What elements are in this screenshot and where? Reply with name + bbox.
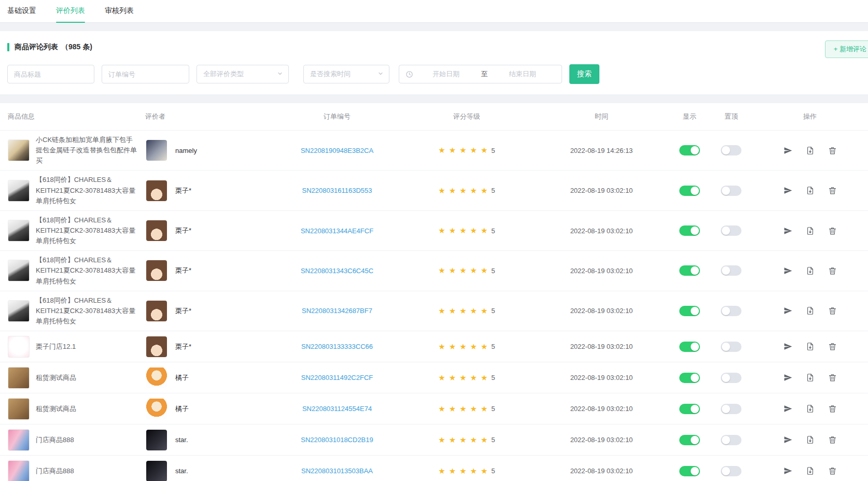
trash-icon[interactable]: [828, 466, 837, 475]
pin-toggle[interactable]: [721, 342, 741, 352]
reviewer-cell: 栗子*: [145, 180, 275, 201]
trash-icon[interactable]: [828, 186, 837, 195]
review-time: 2022-08-19 03:02:10: [534, 374, 669, 381]
reviewer-cell: 栗子*: [145, 336, 275, 357]
review-type-select[interactable]: 全部评价类型: [197, 65, 289, 83]
trash-icon[interactable]: [828, 306, 837, 315]
display-cell: [669, 225, 710, 236]
order-no-cell: SN2208031343C6C45C: [275, 267, 399, 275]
document-export-icon[interactable]: [806, 373, 815, 382]
display-toggle[interactable]: [679, 306, 700, 316]
order-no-link[interactable]: SN2208031124554E74: [302, 405, 372, 413]
order-no-link[interactable]: SN220803133333CC66: [301, 343, 373, 350]
document-export-icon[interactable]: [806, 146, 815, 155]
send-icon[interactable]: [783, 435, 792, 444]
document-export-icon[interactable]: [806, 466, 815, 475]
pin-toggle[interactable]: [721, 186, 741, 196]
document-export-icon[interactable]: [806, 435, 815, 444]
col-reviewer: 评价者: [145, 112, 275, 121]
display-toggle[interactable]: [679, 186, 700, 196]
display-cell: [669, 265, 710, 276]
reviewer-name: 栗子*: [175, 342, 191, 351]
search-button[interactable]: 搜索: [569, 64, 599, 84]
trash-icon[interactable]: [828, 266, 837, 275]
tab-basic-settings[interactable]: 基础设置: [7, 0, 36, 22]
send-icon[interactable]: [783, 466, 792, 475]
display-toggle[interactable]: [679, 265, 700, 276]
pin-toggle[interactable]: [721, 306, 741, 316]
send-icon[interactable]: [783, 186, 792, 195]
order-no-link[interactable]: SN2208190948E3B2CA: [301, 147, 373, 154]
product-info-cell: 栗子门店12.1: [8, 332, 145, 362]
document-export-icon[interactable]: [806, 186, 815, 195]
pin-toggle[interactable]: [721, 404, 741, 414]
col-display: 显示: [669, 112, 710, 121]
order-no-link[interactable]: SN22080311492C2FCF: [301, 374, 373, 381]
pin-toggle[interactable]: [721, 435, 741, 445]
order-no-link[interactable]: SN2208031013503BAA: [301, 467, 373, 475]
toggle-knob: [722, 187, 730, 195]
pin-toggle[interactable]: [721, 225, 741, 236]
toggle-knob: [691, 146, 699, 154]
document-export-icon[interactable]: [806, 266, 815, 275]
send-icon[interactable]: [783, 146, 792, 155]
rating-stars: ★★★★★: [438, 186, 491, 195]
rating-cell: ★★★★★ 5: [399, 404, 534, 414]
display-toggle[interactable]: [679, 404, 700, 414]
pin-toggle[interactable]: [721, 265, 741, 276]
order-no-link[interactable]: SN2208031018CD2B19: [301, 436, 373, 444]
trash-icon[interactable]: [828, 146, 837, 155]
send-icon[interactable]: [783, 342, 792, 351]
toggle-knob: [722, 467, 730, 475]
order-no-input[interactable]: [102, 65, 189, 83]
display-toggle[interactable]: [679, 342, 700, 352]
rating-value: 5: [492, 227, 495, 235]
trash-icon[interactable]: [828, 227, 837, 235]
reviewer-cell: 栗子*: [145, 301, 275, 321]
document-export-icon[interactable]: [806, 342, 815, 351]
product-thumbnail: [8, 367, 30, 389]
trash-icon[interactable]: [828, 435, 837, 444]
order-no-cell: SN2208031344AE4FCF: [275, 227, 399, 235]
pin-toggle[interactable]: [721, 373, 741, 383]
review-time: 2022-08-19 03:02:10: [534, 187, 669, 194]
document-export-icon[interactable]: [806, 227, 815, 235]
review-time: 2022-08-19 03:02:10: [534, 467, 669, 475]
display-cell: [669, 186, 710, 196]
table-row: 小CK链条加粗加宽单肩腋下包手提包金属链子改造替换包包配件单买 namely S…: [0, 130, 868, 170]
order-no-link[interactable]: SN2208031342687BF7: [302, 307, 372, 315]
document-export-icon[interactable]: [806, 404, 815, 413]
product-title-input[interactable]: [7, 65, 94, 83]
display-toggle[interactable]: [679, 373, 700, 383]
tab-audit-list[interactable]: 审核列表: [105, 0, 134, 22]
rating-value: 5: [492, 147, 495, 154]
display-toggle[interactable]: [679, 435, 700, 445]
send-icon[interactable]: [783, 266, 792, 275]
display-toggle[interactable]: [679, 225, 700, 236]
send-icon[interactable]: [783, 373, 792, 382]
date-range-picker[interactable]: 开始日期 至 结束日期: [399, 65, 562, 83]
clock-icon: [405, 70, 413, 78]
pin-cell: [710, 435, 752, 445]
send-icon[interactable]: [783, 404, 792, 413]
order-no-link[interactable]: SN220803161163D553: [302, 187, 372, 194]
send-icon[interactable]: [783, 306, 792, 315]
actions-cell: [752, 404, 868, 413]
display-toggle[interactable]: [679, 466, 700, 476]
pin-toggle[interactable]: [721, 466, 741, 476]
trash-icon[interactable]: [828, 373, 837, 382]
send-icon[interactable]: [783, 227, 792, 235]
order-no-link[interactable]: SN2208031343C6C45C: [301, 267, 373, 275]
display-toggle[interactable]: [679, 145, 700, 155]
pin-toggle[interactable]: [721, 145, 741, 155]
trash-icon[interactable]: [828, 342, 837, 351]
product-info-cell: 【618同价】CHARLES＆KEITH21夏CK2-30781483大容量单肩…: [8, 171, 145, 210]
panel-title: 商品评论列表: [15, 43, 58, 52]
tab-review-list[interactable]: 评价列表: [56, 0, 85, 22]
trash-icon[interactable]: [828, 404, 837, 413]
search-time-select[interactable]: 是否搜索时间: [303, 65, 389, 83]
table-row: 【618同价】CHARLES＆KEITH21夏CK2-30781483大容量单肩…: [0, 291, 868, 331]
add-review-button[interactable]: + 新增评论: [825, 40, 868, 58]
order-no-link[interactable]: SN2208031344AE4FCF: [301, 227, 373, 235]
document-export-icon[interactable]: [806, 306, 815, 315]
